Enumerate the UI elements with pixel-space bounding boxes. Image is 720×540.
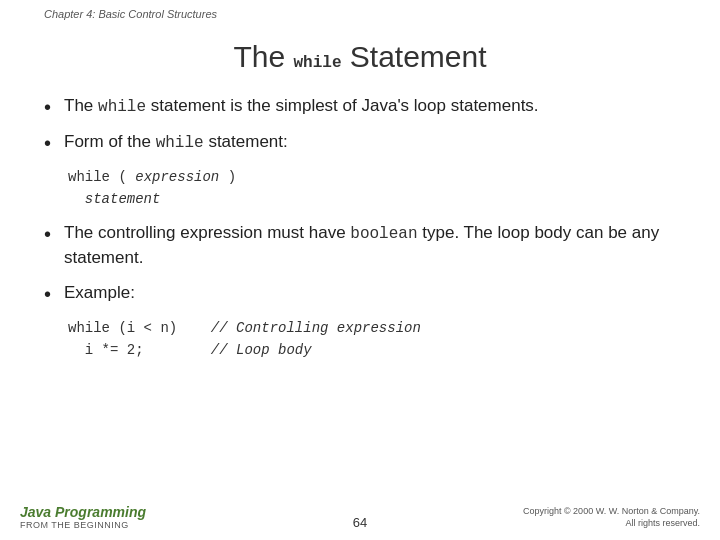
code-boolean: boolean — [350, 225, 417, 243]
code-paren-close: ) — [219, 169, 236, 185]
chapter-header: Chapter 4: Basic Control Structures — [44, 8, 217, 20]
copyright-line2: All rights reserved. — [473, 517, 700, 530]
bullet-item-4: • Example: — [44, 281, 676, 307]
code-example-line-1: while (i < n) // Controlling expression — [68, 317, 676, 339]
code-block-2: while (i < n) // Controlling expression … — [68, 317, 676, 362]
bullet-text-3: The controlling expression must have boo… — [64, 221, 676, 271]
code-comment-1: // Controlling expression — [211, 320, 421, 336]
code-line-1: while ( expression ) — [68, 166, 676, 188]
footer: Java Programming FROM THE BEGINNING 64 C… — [0, 504, 720, 530]
code-while-keyword: while — [68, 169, 110, 185]
code-block-1: while ( expression ) statement — [68, 166, 676, 211]
title-suffix: Statement — [341, 40, 486, 73]
code-loop-body: i *= 2; — [85, 342, 144, 358]
brand-name: Java Programming — [20, 504, 247, 520]
code-comment-2: // Loop body — [211, 342, 312, 358]
brand-sub: FROM THE BEGINNING — [20, 520, 247, 530]
code-line-2: statement — [68, 188, 676, 210]
copyright-line1: Copyright © 2000 W. W. Norton & Company. — [473, 505, 700, 518]
page-number: 64 — [247, 515, 474, 530]
code-paren-open: ( — [118, 169, 135, 185]
title-keyword: while — [293, 54, 341, 72]
code-while-2: while — [156, 134, 204, 152]
title-prefix: The — [233, 40, 293, 73]
code-statement: statement — [85, 191, 161, 207]
page-title: The while Statement — [0, 40, 720, 74]
footer-left: Java Programming FROM THE BEGINNING — [20, 504, 247, 530]
content-area: • The while statement is the simplest of… — [0, 94, 720, 361]
bullet-dot-2: • — [44, 130, 64, 156]
bullet-item-2: • Form of the while statement: — [44, 130, 676, 156]
bullet-text-2: Form of the while statement: — [64, 130, 676, 155]
code-while-example: while (i < n) — [68, 320, 177, 336]
code-example-line-2: i *= 2; // Loop body — [68, 339, 676, 361]
code-while-1: while — [98, 98, 146, 116]
bullet-text-1: The while statement is the simplest of J… — [64, 94, 676, 119]
copyright: Copyright © 2000 W. W. Norton & Company.… — [473, 505, 700, 530]
code-expression: expression — [135, 169, 219, 185]
bullet-dot-3: • — [44, 221, 64, 247]
bullet-item-1: • The while statement is the simplest of… — [44, 94, 676, 120]
bullet-item-3: • The controlling expression must have b… — [44, 221, 676, 271]
bullet-dot-4: • — [44, 281, 64, 307]
bullet-text-4: Example: — [64, 281, 676, 306]
bullet-dot-1: • — [44, 94, 64, 120]
